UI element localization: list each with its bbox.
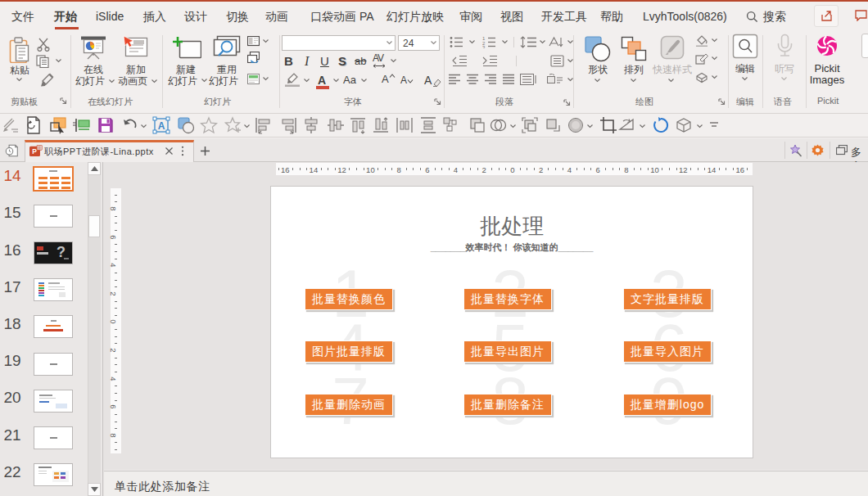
svg-text:3: 3 (482, 45, 486, 49)
svg-text:A: A (158, 120, 165, 132)
svg-text:P: P (32, 147, 37, 156)
